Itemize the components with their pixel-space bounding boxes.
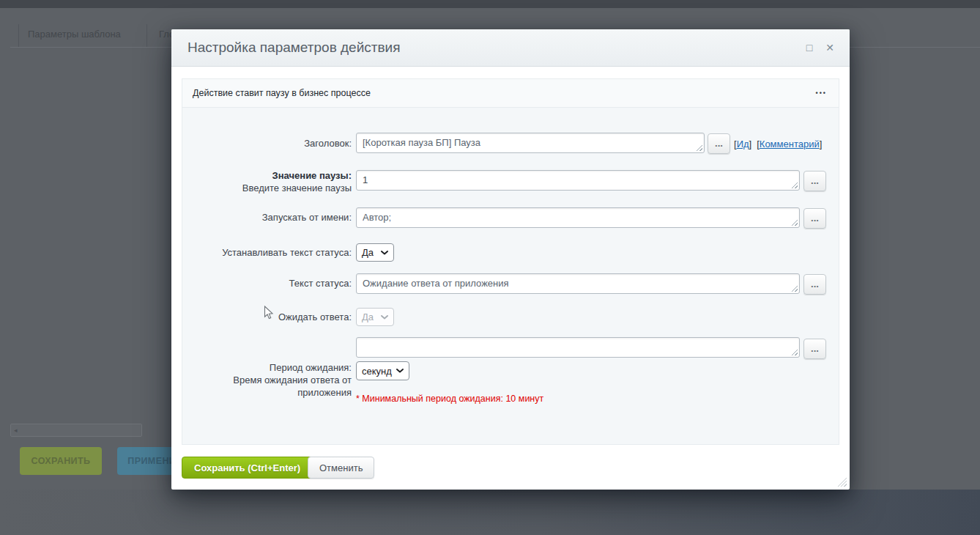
dialog-resize-grip-icon[interactable] [836,476,847,487]
pause-value-input-value: 1 [363,171,789,190]
title-input[interactable]: [Короткая пауза БП] Пауза [356,133,705,153]
screen: Параметры шаблона Глоб ◂ СОХРАНИТЬ ПРИМЕ… [0,0,980,535]
title-links: [Ид][Комментарий] [734,139,822,150]
section-header-text: Действие ставит паузу в бизнес процессе [193,88,371,98]
tab-template-params[interactable]: Параметры шаблона [28,22,121,47]
status-text-more-button[interactable]: ... [803,274,826,295]
bracket: ] [749,139,752,150]
min-period-note: * Минимальный период ожидания: 10 минут [356,394,543,404]
title-field-label: Заголовок: [192,137,352,150]
top-bar [0,0,980,8]
background-save-button[interactable]: СОХРАНИТЬ [20,447,102,475]
chevron-down-icon [381,251,388,255]
wait-period-label-main: Период ожидания: [192,361,352,374]
wait-period-label-hint2: приложения [192,386,352,399]
resize-grip-icon[interactable] [791,285,798,292]
status-text-input[interactable]: Ожидание ответа от приложения [356,273,800,294]
title-more-button[interactable]: ... [708,133,730,154]
pause-value-label-hint: Введите значение паузы [192,182,352,194]
wait-value-more-button[interactable]: ... [803,339,826,359]
pause-value-label: Значение паузы: Введите значение паузы [192,169,352,194]
wait-response-value: Да [362,311,374,322]
section-header: Действие ставит паузу в бизнес процессе … [182,79,839,108]
bracket: ] [820,139,823,150]
set-status-text-value: Да [362,247,374,258]
dialog-title: Настройка параметров действия [188,29,400,66]
chevron-down-icon [396,369,404,373]
action-settings-dialog: Настройка параметров действия □ ✕ Действ… [171,29,850,490]
resize-grip-icon[interactable] [791,182,798,188]
wait-period-select[interactable]: секунд [356,361,409,380]
status-text-label: Текст статуса: [192,277,352,289]
comment-link[interactable]: Комментарий [760,139,820,150]
resize-grip-icon[interactable] [791,349,798,355]
tab-bar-edge [18,24,19,47]
scroll-left-icon[interactable]: ◂ [14,425,18,435]
dialog-titlebar: Настройка параметров действия □ ✕ [171,29,850,67]
chevron-down-icon [381,315,388,320]
wait-period-label-hint1: Время ожидания ответа от [192,374,352,386]
minimize-icon[interactable]: □ [801,29,817,66]
horizontal-scrollbar[interactable]: ◂ [10,424,142,437]
wait-period-value: секунд [362,366,392,377]
run-as-input[interactable]: Автор; [356,207,800,228]
save-button[interactable]: Сохранить (Ctrl+Enter) [182,457,313,479]
resize-grip-icon[interactable] [696,144,702,151]
set-status-text-select[interactable]: Да [356,243,394,262]
run-as-more-button[interactable]: ... [803,208,826,229]
resize-grip-icon[interactable] [791,219,798,226]
run-as-input-value: Автор; [363,208,789,227]
set-status-text-label: Устанавливать текст статуса: [192,246,352,259]
cancel-button[interactable]: Отменить [308,457,374,479]
section-menu-icon[interactable]: ••• [816,89,827,97]
close-icon[interactable]: ✕ [822,29,838,66]
wait-response-select: Да [356,308,394,326]
pause-value-label-main: Значение паузы: [192,169,352,182]
title-input-value: [Короткая пауза БП] Пауза [363,133,694,152]
pause-value-input[interactable]: 1 [356,170,800,191]
wait-period-label: Период ожидания: Время ожидания ответа о… [192,361,352,399]
bottom-band [0,490,980,535]
run-as-label: Запускать от имени: [192,211,352,224]
tab-separator [146,24,147,47]
wait-value-input[interactable] [356,337,800,358]
wait-response-label: Ожидать ответа: [192,311,352,323]
id-link[interactable]: Ид [737,139,749,150]
pause-value-more-button[interactable]: ... [803,171,826,191]
status-text-input-value: Ожидание ответа от приложения [363,274,789,293]
